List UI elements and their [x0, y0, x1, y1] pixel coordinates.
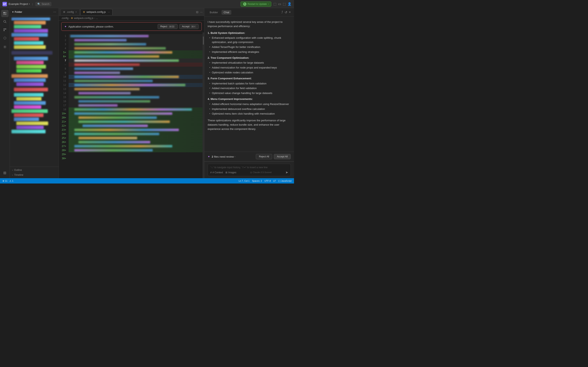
layout-center-icon[interactable]: ▭: [278, 2, 281, 6]
layout-left-icon[interactable]: ⬚: [273, 2, 277, 6]
list-item[interactable]: [16, 82, 44, 86]
breadcrumb-sep2: ›: [94, 17, 95, 20]
list-item[interactable]: [14, 21, 46, 25]
chat-input-area: '↑↓' to navigate input history, '⇧↵' to …: [204, 161, 294, 178]
errors-status[interactable]: ⊗ 11: [2, 180, 7, 182]
chat-bullet: Added TerserPlugin for better minificati…: [208, 45, 291, 49]
list-item[interactable]: [16, 125, 44, 129]
sidebar-item-extensions[interactable]: ⬡: [1, 34, 9, 42]
files-review-bar: ✦ 2 files need review › Reject All Accep…: [204, 152, 294, 161]
spaces-label: Spaces: 2: [252, 180, 262, 182]
language-label: { } JavaScript: [278, 180, 292, 182]
cursor-position[interactable]: Ln 7, Col 1: [239, 180, 250, 182]
code-line-active: [69, 58, 203, 63]
sidebar-item-explorer[interactable]: [1, 10, 9, 17]
code-line-added: [69, 111, 203, 116]
list-item[interactable]: [16, 65, 46, 68]
list-item[interactable]: [11, 17, 50, 20]
outline-section[interactable]: › Outline: [10, 167, 59, 173]
list-item[interactable]: [11, 51, 52, 55]
bullet-text: Added memoization for node props and exp…: [212, 66, 277, 70]
list-item[interactable]: [14, 101, 46, 105]
list-item[interactable]: [16, 122, 48, 125]
accept-button[interactable]: Accept ⌘↵: [179, 24, 199, 29]
sidebar-item-grid[interactable]: ⊞: [1, 169, 9, 176]
folder-title[interactable]: ▾ Folder: [12, 11, 22, 13]
timeline-chevron-icon: ›: [12, 174, 13, 176]
list-item[interactable]: [14, 45, 46, 49]
svg-point-10: [4, 47, 5, 48]
list-item[interactable]: [16, 69, 42, 73]
search-bar[interactable]: 🔍 Search: [35, 2, 52, 6]
more-options-icon[interactable]: ···: [200, 10, 203, 14]
encoding-setting[interactable]: UTF-8: [264, 180, 271, 182]
project-selector[interactable]: Example Project ▾: [9, 2, 30, 6]
breadcrumb-webpack[interactable]: ⚙ webpack.config.js: [71, 17, 93, 20]
context-button[interactable]: # # Context: [210, 171, 223, 174]
list-item[interactable]: [14, 37, 39, 41]
split-editor-icon[interactable]: ⊟: [196, 10, 199, 14]
restart-to-update-button[interactable]: ↻ Restart to Update ›: [241, 1, 271, 7]
list-item[interactable]: [16, 61, 44, 64]
list-item[interactable]: [14, 117, 39, 121]
errors-label: ⊗ 11: [2, 180, 7, 182]
list-item[interactable]: [14, 93, 43, 97]
search-icon: 🔍: [37, 3, 40, 6]
images-button[interactable]: ⊞ Images: [225, 171, 236, 174]
webpack-breadcrumb-icon: ⚙: [71, 17, 73, 20]
warnings-status[interactable]: ⚠ 1: [9, 180, 13, 182]
line-ending-setting[interactable]: LF: [273, 180, 276, 182]
search-label: Search: [42, 3, 49, 6]
tab-config[interactable]: ⚙ .config ×: [61, 9, 80, 15]
code-line-added: [69, 116, 203, 120]
sidebar-item-search[interactable]: [1, 18, 9, 25]
chat-share-icon[interactable]: ⤴: [281, 10, 283, 14]
list-item[interactable]: [14, 105, 41, 109]
list-item[interactable]: [11, 74, 48, 78]
chat-conclusion: These optimizations significantly improv…: [208, 118, 291, 131]
confirm-message: Application completed, please confirm.: [68, 25, 156, 28]
sidebar-bottom: › Outline › Timeline: [10, 167, 59, 178]
files-review-text[interactable]: 2 files need review ›: [212, 155, 254, 158]
tab-webpack-config[interactable]: ⚙ webpack.config.js ···: [80, 9, 112, 15]
account-icon[interactable]: 👤: [287, 2, 292, 6]
list-item[interactable]: [14, 25, 41, 29]
editor-scrollbar[interactable]: [203, 33, 204, 178]
list-item[interactable]: [14, 88, 48, 91]
breadcrumb-config[interactable]: .config: [61, 17, 68, 20]
chat-section-title-1: 1. Build System Optimization:: [208, 31, 291, 35]
accept-all-button[interactable]: Accept All: [274, 154, 291, 159]
breadcrumb-ellipsis[interactable]: ...: [96, 17, 98, 20]
list-item[interactable]: [11, 33, 48, 37]
list-item[interactable]: [14, 78, 46, 82]
config-tab-close[interactable]: ×: [75, 11, 77, 13]
spaces-setting[interactable]: Spaces: 2: [252, 180, 262, 182]
tab-chat[interactable]: Chat: [222, 10, 231, 15]
list-item[interactable]: [11, 109, 48, 113]
sidebar-item-settings[interactable]: [1, 43, 9, 50]
timeline-section[interactable]: › Timeline: [10, 173, 59, 177]
reject-all-button[interactable]: Reject All: [256, 154, 272, 159]
code-line: [69, 83, 203, 87]
code-line-added: [69, 50, 203, 54]
list-item[interactable]: [14, 113, 43, 117]
code-line-added: [69, 124, 203, 128]
chat-close-icon[interactable]: ×: [289, 10, 291, 14]
sidebar-header: ▾ Folder ⋯: [10, 8, 59, 16]
layout-right-icon[interactable]: ⬚: [283, 2, 286, 6]
sidebar-settings-icon[interactable]: ⋯: [53, 10, 56, 14]
file-tree: [10, 17, 59, 133]
list-item[interactable]: [14, 41, 43, 45]
reject-button[interactable]: Reject ⌘⌫: [158, 24, 178, 29]
sidebar-item-git[interactable]: [1, 26, 9, 33]
language-mode[interactable]: { } JavaScript: [278, 180, 292, 182]
chat-history-icon[interactable]: ↺: [285, 10, 287, 14]
list-item[interactable]: [11, 130, 45, 133]
list-item[interactable]: [14, 29, 48, 33]
tab-builder[interactable]: Builder: [208, 10, 220, 15]
encoding-label: UTF-8: [264, 180, 271, 182]
list-item[interactable]: [14, 57, 48, 60]
send-button[interactable]: ➤: [285, 170, 288, 174]
code-editor[interactable]: 1 2 3 4 5+ 6+ 7 — 8 9 10 11 12 13 14 15 …: [59, 33, 204, 178]
list-item[interactable]: [16, 97, 42, 101]
